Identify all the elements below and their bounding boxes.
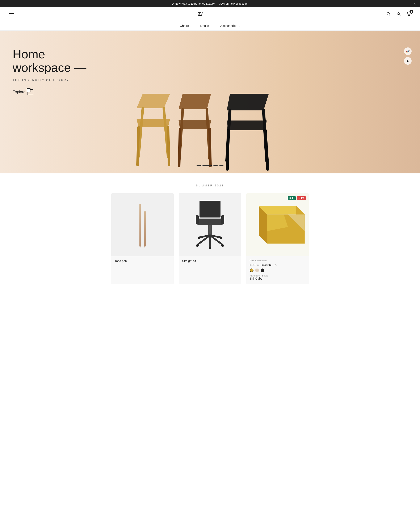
svg-rect-17 — [200, 201, 220, 218]
office-chair-svg — [193, 199, 227, 251]
svg-point-27 — [209, 247, 211, 249]
svg-line-1 — [389, 15, 390, 16]
svg-point-29 — [220, 237, 222, 239]
cart-button[interactable]: 1 — [406, 11, 411, 17]
product-info-straight-sit: Straight sit — [179, 256, 241, 266]
nav-item-chairs[interactable]: Chairs ⌄ — [180, 24, 192, 27]
product-image-straight-sit — [179, 193, 241, 256]
svg-line-15 — [227, 130, 228, 169]
svg-rect-31 — [221, 215, 224, 224]
hero-dot-3[interactable] — [213, 165, 218, 166]
hero-dot-1[interactable] — [197, 165, 201, 166]
header-left — [9, 12, 15, 16]
chevron-down-icon: ⌄ — [238, 24, 240, 27]
chevron-down-icon: ⌄ — [210, 24, 212, 27]
product-name-straight-sit: Straight sit — [182, 259, 238, 263]
hero-rocket-button[interactable]: 🚀 — [404, 47, 411, 55]
svg-line-16 — [265, 130, 268, 169]
price-original: $157.00 — [250, 263, 260, 266]
header: Z/ 1 — [0, 7, 420, 21]
hamburger-line-1 — [9, 13, 14, 14]
main-nav: Chairs ⌄ Desks ⌄ Accessories ⌄ — [0, 21, 420, 31]
hero-dot-4[interactable] — [219, 165, 223, 166]
account-icon — [396, 12, 401, 16]
svg-line-7 — [138, 127, 139, 165]
section-title: SUMMER 2023 — [0, 184, 420, 187]
announcement-bar: A New Way to Experience Luxury — 30% off… — [0, 0, 420, 7]
svg-line-9 — [180, 109, 183, 159]
hero-subtitle: THE INGENUITY OF LUXURY — [13, 79, 86, 82]
svg-rect-19 — [208, 225, 212, 235]
svg-point-2 — [398, 13, 399, 14]
hamburger-line-2 — [9, 15, 14, 15]
swatch-label-brass: Brass — [262, 274, 268, 277]
svg-line-14 — [263, 110, 267, 161]
svg-point-4 — [410, 15, 410, 16]
product-material-thin-cube: Gold / Aluminum — [250, 259, 305, 262]
search-icon — [386, 12, 391, 16]
svg-point-0 — [387, 13, 389, 15]
swatch-labels: Aluminum Brass — [250, 274, 305, 277]
hero-dot-2[interactable] — [202, 165, 212, 166]
hero-section: Home workspace — THE INGENUITY OF LUXURY… — [0, 31, 420, 173]
play-icon: ▶ — [407, 59, 409, 62]
cart-badge: 1 — [410, 10, 413, 14]
svg-line-5 — [139, 108, 143, 157]
nav-item-accessories[interactable]: Accessories ⌄ — [220, 24, 240, 27]
svg-point-28 — [198, 237, 200, 239]
announcement-close-button[interactable]: × — [414, 2, 416, 5]
account-button[interactable] — [396, 11, 402, 17]
swatch-silver[interactable] — [255, 269, 259, 272]
chevron-down-icon: ⌄ — [190, 24, 192, 27]
logo[interactable]: Z/ — [198, 11, 203, 17]
product-grid: Toho pen — [105, 193, 315, 297]
hamburger-button[interactable] — [9, 12, 15, 16]
hero-controls: 🚀 ▶ — [404, 47, 411, 65]
product-image-thin-cube: Sale -14% — [246, 193, 309, 256]
wishlist-icon[interactable]: △ — [274, 263, 277, 266]
product-info-toho-pen: Toho pen — [111, 256, 174, 266]
svg-line-11 — [179, 129, 180, 166]
badge-row: Sale -14% — [288, 196, 306, 200]
svg-line-8 — [168, 127, 169, 165]
header-right: 1 — [385, 11, 411, 17]
product-price-row-thin-cube: $157.00 $134.00 △ — [250, 263, 305, 266]
explore-icon — [27, 89, 33, 95]
price-current: $134.00 — [262, 263, 271, 266]
svg-line-12 — [210, 129, 210, 166]
badge-sale: Sale — [288, 196, 296, 200]
rocket-icon: 🚀 — [406, 50, 410, 53]
search-button[interactable] — [385, 11, 391, 17]
svg-point-26 — [221, 244, 224, 247]
announcement-text: A New Way to Experience Luxury — 30% off… — [172, 2, 248, 5]
product-card-straight-sit[interactable]: Straight sit — [179, 193, 241, 284]
explore-button[interactable]: Explore — [13, 89, 33, 95]
swatch-black[interactable] — [261, 269, 264, 272]
svg-rect-18 — [197, 218, 223, 225]
hero-dots — [197, 165, 223, 166]
svg-rect-30 — [196, 215, 199, 224]
gold-box-svg — [246, 193, 309, 256]
nav-item-desks[interactable]: Desks ⌄ — [200, 24, 212, 27]
hero-content: Home workspace — THE INGENUITY OF LUXURY… — [13, 47, 86, 95]
product-name-thin-cube: ThinCube — [250, 277, 305, 280]
svg-point-3 — [408, 15, 408, 16]
product-name-toho-pen: Toho pen — [115, 259, 170, 263]
svg-line-10 — [207, 109, 210, 159]
hero-play-button[interactable]: ▶ — [404, 57, 411, 65]
product-card-thin-cube[interactable]: Sale -14% Gold / Aluminum — [246, 193, 309, 284]
hero-title: Home workspace — — [13, 47, 86, 74]
product-card-toho-pen[interactable]: Toho pen — [111, 193, 174, 284]
swatch-label-aluminum: Aluminum — [250, 274, 260, 277]
svg-line-6 — [164, 108, 168, 157]
color-swatches — [250, 269, 305, 272]
svg-point-25 — [196, 244, 199, 247]
product-info-thin-cube: Gold / Aluminum $157.00 $134.00 △ Alumin… — [246, 256, 309, 284]
badge-discount: -14% — [297, 196, 306, 200]
svg-line-13 — [227, 110, 230, 161]
product-image-toho-pen — [111, 193, 174, 256]
swatch-gold[interactable] — [250, 269, 254, 272]
